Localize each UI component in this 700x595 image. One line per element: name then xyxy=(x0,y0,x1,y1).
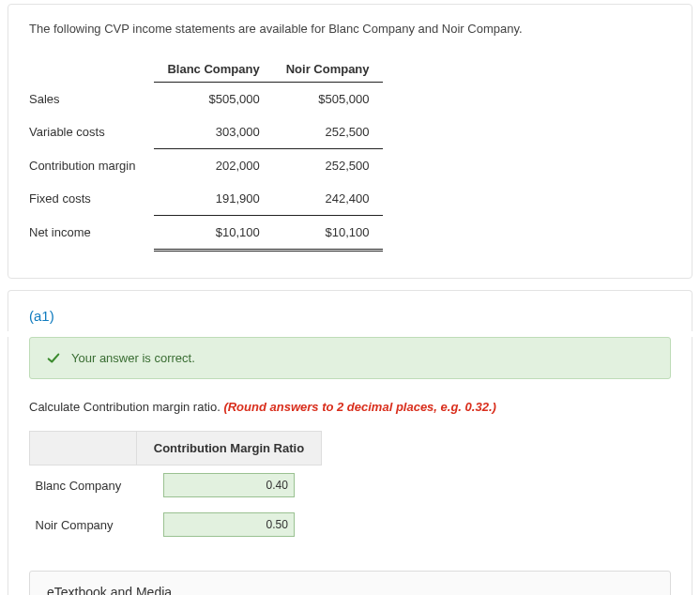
cell-value: 252,500 xyxy=(273,149,383,183)
row-label: Fixed costs xyxy=(29,182,154,216)
row-label: Variable costs xyxy=(29,115,154,149)
row-label: Contribution margin xyxy=(29,149,154,183)
cell-value: 191,900 xyxy=(154,182,272,216)
part-label: (a1) xyxy=(8,290,692,331)
cell-value: 202,000 xyxy=(154,149,272,183)
intro-text: The following CVP income statements are … xyxy=(29,22,671,36)
ratio-row-label: Noir Company xyxy=(30,505,137,544)
ratio-row: Noir Company xyxy=(30,505,322,544)
cell-value: $505,000 xyxy=(154,83,272,116)
ratio-row-label: Blanc Company xyxy=(30,465,137,506)
blanc-ratio-input[interactable] xyxy=(163,473,295,497)
ratio-table: Contribution Margin Ratio Blanc Company … xyxy=(29,431,322,544)
col-header-noir: Noir Company xyxy=(273,56,383,83)
row-label: Sales xyxy=(29,83,154,116)
instruction-hint: (Round answers to 2 decimal places, e.g.… xyxy=(223,400,495,414)
correct-message: Your answer is correct. xyxy=(71,351,195,365)
row-label: Net income xyxy=(29,216,154,250)
table-row: Variable costs 303,000 252,500 xyxy=(29,115,383,149)
table-row: Net income $10,100 $10,100 xyxy=(29,216,383,250)
cell-value: 242,400 xyxy=(273,182,383,216)
ratio-header: Contribution Margin Ratio xyxy=(136,432,321,465)
col-header-blanc: Blanc Company xyxy=(154,56,272,83)
cell-value: $10,100 xyxy=(154,216,272,250)
instruction-text: Calculate Contribution margin ratio. (Ro… xyxy=(29,400,671,414)
table-row: Contribution margin 202,000 252,500 xyxy=(29,149,383,183)
correct-banner: Your answer is correct. xyxy=(29,337,671,379)
table-row: Fixed costs 191,900 242,400 xyxy=(29,182,383,216)
check-icon xyxy=(47,352,60,365)
table-row: Sales $505,000 $505,000 xyxy=(29,83,383,116)
cell-value: 252,500 xyxy=(273,115,383,149)
cell-value: $10,100 xyxy=(273,216,383,250)
etextbook-media-button[interactable]: eTextbook and Media xyxy=(29,571,671,595)
answer-panel: Your answer is correct. Calculate Contri… xyxy=(8,337,692,595)
ratio-row: Blanc Company xyxy=(30,465,322,506)
noir-ratio-input[interactable] xyxy=(163,512,295,537)
cell-value: 303,000 xyxy=(154,115,272,149)
cell-value: $505,000 xyxy=(273,83,383,116)
cvp-table: Blanc Company Noir Company Sales $505,00… xyxy=(29,56,383,250)
ratio-empty-header xyxy=(30,432,137,465)
problem-panel: The following CVP income statements are … xyxy=(8,4,692,279)
